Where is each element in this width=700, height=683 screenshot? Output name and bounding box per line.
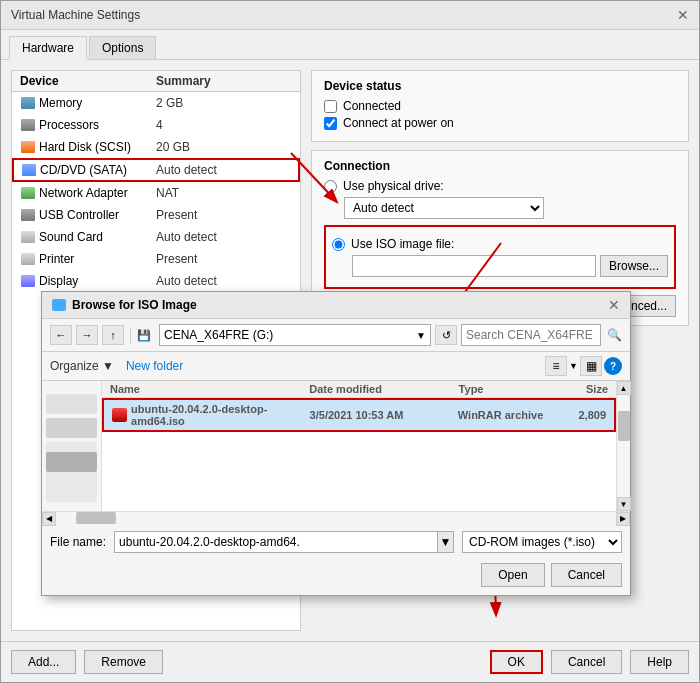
dialog-cancel-button[interactable]: Cancel: [551, 563, 622, 587]
nav-drive-icon: 💾: [137, 329, 151, 342]
iso-file-name: ubuntu-20.04.2.0-desktop-amd64.iso: [131, 403, 310, 427]
display-icon: [21, 275, 35, 287]
remove-button[interactable]: Remove: [84, 650, 163, 674]
sidebar-item-2[interactable]: [46, 418, 97, 438]
tab-options[interactable]: Options: [89, 36, 156, 59]
tab-bar: Hardware Options: [1, 30, 699, 60]
sidebar-scrollbar-area: [46, 442, 97, 502]
connect-at-power-checkbox[interactable]: [324, 117, 337, 130]
hscroll-thumb[interactable]: [76, 512, 116, 524]
hardware-row-network[interactable]: Network Adapter NAT: [12, 182, 300, 204]
sound-icon: [21, 231, 35, 243]
hardware-row-sound[interactable]: Sound Card Auto detect: [12, 226, 300, 248]
nav-refresh-button[interactable]: ↺: [435, 325, 457, 345]
hscroll-track: [56, 512, 616, 525]
filename-input[interactable]: [115, 532, 437, 552]
use-iso-radio[interactable]: [332, 238, 345, 251]
hardware-row-memory[interactable]: Memory 2 GB: [12, 92, 300, 114]
nav-path-bar[interactable]: CENA_X64FRE (G:) ▼: [159, 324, 431, 346]
hardware-row-processors[interactable]: Processors 4: [12, 114, 300, 136]
network-icon: [21, 187, 35, 199]
hardware-row-printer[interactable]: Printer Present: [12, 248, 300, 270]
view-tiles-button[interactable]: ▦: [580, 356, 602, 376]
hdd-icon: [21, 141, 35, 153]
iso-input-row: Browse...: [352, 255, 668, 277]
filename-dropdown-button[interactable]: ▼: [437, 532, 453, 552]
nav-up-button[interactable]: ↑: [102, 325, 124, 345]
use-iso-row: Use ISO image file:: [332, 237, 668, 251]
sidebar-item-1[interactable]: [46, 394, 97, 414]
view-list-button[interactable]: ≡: [545, 356, 567, 376]
device-status-title: Device status: [324, 79, 676, 93]
tab-hardware[interactable]: Hardware: [9, 36, 87, 60]
dialog-file-list: Name Date modified Type Size ubuntu-20.0…: [102, 381, 616, 511]
connected-label: Connected: [343, 99, 401, 113]
iso-section-border: Use ISO image file: Browse...: [324, 225, 676, 289]
scrollbar-down-button[interactable]: ▼: [617, 497, 631, 511]
scrollbar-up-button[interactable]: ▲: [617, 381, 631, 395]
nav-back-button[interactable]: ←: [50, 325, 72, 345]
organize-button[interactable]: Organize ▼: [50, 359, 114, 373]
hardware-row-usb[interactable]: USB Controller Present: [12, 204, 300, 226]
filename-label: File name:: [50, 535, 106, 549]
dialog-nav: ← → ↑ 💾 CENA_X64FRE (G:) ▼ ↺ 🔍: [42, 319, 630, 352]
dialog-close-button[interactable]: ✕: [608, 297, 620, 313]
auto-detect-select[interactable]: Auto detect: [344, 197, 544, 219]
add-button[interactable]: Add...: [11, 650, 76, 674]
hardware-row-cddvd[interactable]: CD/DVD (SATA) Auto detect: [12, 158, 300, 182]
hardware-row-harddisk[interactable]: Hard Disk (SCSI) 20 GB: [12, 136, 300, 158]
scroll-thumb[interactable]: [618, 411, 630, 441]
connect-at-power-label: Connect at power on: [343, 116, 454, 130]
hscroll-right-button[interactable]: ▶: [616, 512, 630, 526]
dialog-scrollbar[interactable]: ▲ ▼: [616, 381, 630, 511]
main-window: Virtual Machine Settings ✕ Hardware Opti…: [0, 0, 700, 683]
search-icon: 🔍: [607, 328, 622, 342]
use-physical-row: Use physical drive:: [324, 179, 676, 193]
use-physical-label: Use physical drive:: [343, 179, 444, 193]
hscroll-left-button[interactable]: ◀: [42, 512, 56, 526]
file-row-ubuntu-iso[interactable]: ubuntu-20.04.2.0-desktop-amd64.iso 3/5/2…: [102, 398, 616, 432]
dialog-help-button[interactable]: ?: [604, 357, 622, 375]
help-button[interactable]: Help: [630, 650, 689, 674]
scrollbar-track: [618, 395, 630, 497]
browse-button[interactable]: Browse...: [600, 255, 668, 277]
file-list-header: Name Date modified Type Size: [102, 381, 616, 398]
dialog-title-icon: [52, 299, 66, 311]
nav-forward-button[interactable]: →: [76, 325, 98, 345]
nav-separator: [130, 327, 131, 343]
printer-icon: [21, 253, 35, 265]
connection-title: Connection: [324, 159, 676, 173]
title-bar: Virtual Machine Settings ✕: [1, 1, 699, 30]
horizontal-scrollbar[interactable]: ◀ ▶: [42, 511, 630, 525]
new-folder-button[interactable]: New folder: [126, 359, 183, 373]
ok-button[interactable]: OK: [490, 650, 543, 674]
col-header-summary: Summary: [156, 74, 292, 88]
cpu-icon: [21, 119, 35, 131]
view-buttons: ≡ ▼ ▦ ?: [545, 356, 622, 376]
col-header-device: Device: [20, 74, 156, 88]
iso-file-type: WinRAR archive: [458, 409, 557, 421]
bottom-bar: Add... Remove OK Cancel Help: [1, 641, 699, 682]
col-header-date: Date modified: [309, 383, 458, 395]
hardware-list-header: Device Summary: [12, 71, 300, 92]
dialog-toolbar: Organize ▼ New folder ≡ ▼ ▦ ?: [42, 352, 630, 381]
dialog-open-button[interactable]: Open: [481, 563, 544, 587]
dialog-body: Name Date modified Type Size ubuntu-20.0…: [42, 381, 630, 511]
dialog-title-bar: Browse for ISO Image ✕: [42, 292, 630, 319]
close-button[interactable]: ✕: [677, 7, 689, 23]
memory-icon: [21, 97, 35, 109]
bottom-right-buttons: OK Cancel Help: [490, 650, 689, 674]
sidebar-spacer: [46, 385, 97, 391]
bottom-left-buttons: Add... Remove: [11, 650, 163, 674]
filetype-select[interactable]: CD-ROM images (*.iso): [463, 532, 621, 552]
col-header-type: Type: [459, 383, 559, 395]
connected-checkbox[interactable]: [324, 100, 337, 113]
hardware-row-display[interactable]: Display Auto detect: [12, 270, 300, 292]
device-status-section: Device status Connected Connect at power…: [311, 70, 689, 142]
dialog-search-input[interactable]: [461, 324, 601, 346]
cancel-button[interactable]: Cancel: [551, 650, 622, 674]
use-physical-radio[interactable]: [324, 180, 337, 193]
iso-file-input[interactable]: [352, 255, 596, 277]
view-dropdown-arrow: ▼: [569, 361, 578, 371]
iso-file-date: 3/5/2021 10:53 AM: [310, 409, 458, 421]
